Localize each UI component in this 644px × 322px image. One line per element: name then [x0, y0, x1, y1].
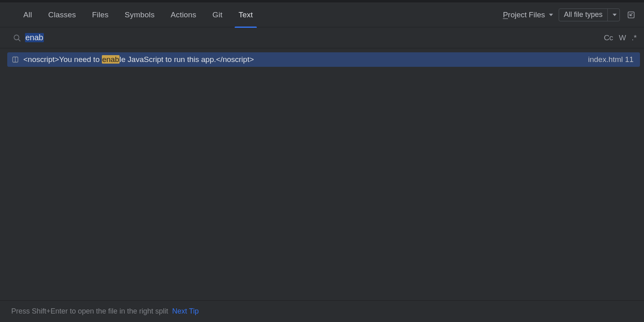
snippet-match: enab — [102, 55, 120, 64]
tab-symbols[interactable]: Symbols — [117, 2, 163, 27]
match-case-toggle[interactable]: Cc — [604, 33, 613, 42]
result-file: index.html — [588, 55, 623, 64]
search-icon — [13, 34, 21, 42]
tab-actions[interactable]: Actions — [163, 2, 204, 27]
chevron-down-icon — [549, 14, 553, 16]
hint-bar: Press Shift+Enter to open the file in th… — [0, 300, 644, 322]
result-location: index.html 11 — [588, 55, 634, 64]
result-line: 11 — [625, 55, 634, 64]
next-tip-link[interactable]: Next Tip — [172, 307, 199, 316]
open-in-tool-icon — [627, 11, 635, 19]
result-snippet: <noscript>You need to enable JavaScript … — [23, 55, 254, 64]
chevron-down-icon — [613, 14, 617, 16]
tab-classes[interactable]: Classes — [40, 2, 84, 27]
scope-dropdown[interactable]: Project Files — [503, 10, 559, 19]
results-list: <noscript>You need to enable JavaScript … — [0, 48, 644, 300]
regex-toggle[interactable]: .* — [632, 33, 637, 42]
filetypes-dropdown[interactable]: All file types — [559, 8, 620, 21]
scope-label-rest: roject Files — [508, 10, 545, 19]
search-row: enab Cc W .* — [0, 27, 644, 48]
svg-line-2 — [19, 39, 21, 41]
tab-strip: All Classes Files Symbols Actions Git Te… — [0, 2, 644, 27]
scope-mnemonic: P — [503, 10, 508, 19]
search-input[interactable]: enab — [25, 33, 44, 42]
tab-files[interactable]: Files — [84, 2, 117, 27]
filetypes-chevron[interactable] — [607, 9, 619, 21]
result-row[interactable]: <noscript>You need to enable JavaScript … — [7, 52, 640, 67]
search-options: Cc W .* — [604, 33, 637, 42]
tabs: All Classes Files Symbols Actions Git Te… — [15, 2, 261, 27]
tab-text[interactable]: Text — [231, 2, 261, 27]
text-file-icon — [11, 56, 19, 64]
tab-git[interactable]: Git — [204, 2, 231, 27]
tab-all[interactable]: All — [15, 2, 40, 27]
filetypes-label: All file types — [559, 9, 607, 21]
whole-words-toggle[interactable]: W — [619, 33, 626, 42]
snippet-post: le JavaScript to run this app.</noscript… — [120, 55, 254, 64]
hint-text: Press Shift+Enter to open the file in th… — [11, 307, 168, 316]
search-everywhere-popup: All Classes Files Symbols Actions Git Te… — [0, 0, 644, 322]
open-in-find-tool-button[interactable] — [625, 9, 637, 21]
snippet-pre: <noscript>You need to — [23, 55, 102, 64]
